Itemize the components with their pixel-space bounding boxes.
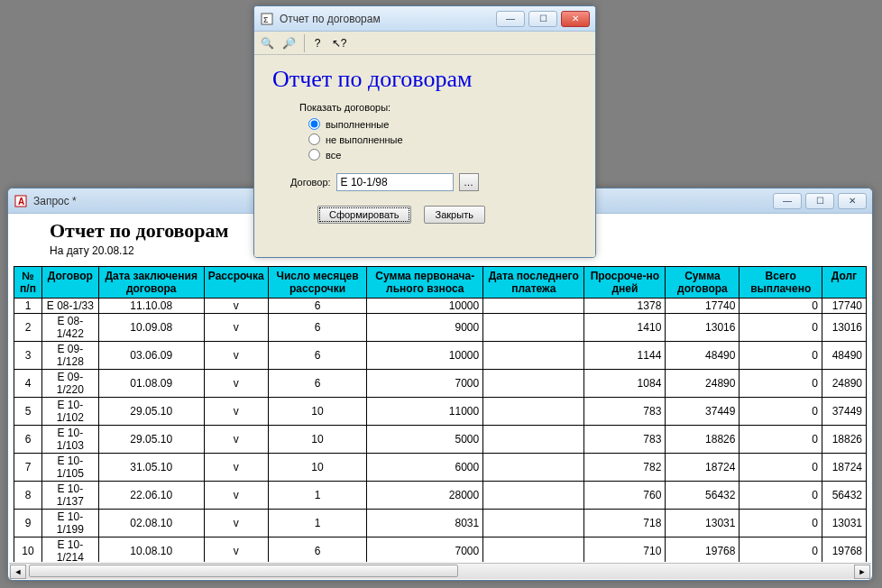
dialog-body: 🔍 🔎 ? ↖? Отчет по договорам Показать дог… (254, 32, 595, 257)
table-row: 9Е 10-1/19902.08.10v1803171813031013031 (14, 510, 867, 537)
col-num: № п/п (14, 267, 42, 299)
report-body: Отчет по договорам На дату 20.08.12 № п/… (8, 214, 872, 562)
dialog-window: Σ Отчет по договорам — ☐ ✕ 🔍 🔎 ? ↖? Отче… (253, 5, 596, 258)
table-row: 3Е 09-1/12803.06.09v61000011444849004849… (14, 342, 867, 370)
scroll-left-icon[interactable]: ◄ (10, 565, 26, 579)
radio-notcompleted-label: не выполненные (326, 134, 403, 145)
col-initsum: Сумма первонача-льного взноса (367, 267, 483, 299)
close-button[interactable]: ✕ (838, 193, 867, 209)
toolbar-filter-icon[interactable]: 🔎 (280, 34, 298, 52)
contract-input[interactable] (336, 173, 454, 191)
report-date-value: 20.08.12 (92, 244, 134, 257)
radio-all[interactable]: все (308, 149, 577, 161)
col-contract: Договор (42, 267, 99, 299)
report-date-prefix: На дату (50, 244, 89, 257)
table-header-row: № п/п Договор Дата заключения договора Р… (14, 267, 867, 299)
table-row: 10Е 10-1/21410.08.10v6700071019768019768 (14, 537, 867, 563)
scroll-right-icon[interactable]: ► (854, 565, 870, 579)
horizontal-scrollbar[interactable]: ◄ ► (9, 563, 871, 579)
table-row: 6Е 10-1/10329.05.10v10500078318826018826 (14, 426, 867, 454)
radio-all-label: все (326, 150, 341, 161)
radio-notcompleted[interactable]: не выполненные (308, 133, 577, 145)
table-row: 8Е 10-1/13722.06.10v12800076056432056432 (14, 482, 867, 510)
toolbar-separator (301, 34, 305, 52)
dialog-close-button[interactable]: ✕ (561, 11, 590, 27)
app-icon: A (14, 194, 28, 208)
col-lastpay: Дата последнего платежа (483, 267, 584, 299)
toolbar-find-icon[interactable]: 🔍 (258, 34, 276, 52)
table-row: 1Е 08-1/3311.10.08v610000137817740017740 (14, 299, 867, 314)
col-months: Число месяцев рассрочки (268, 267, 367, 299)
radio-all-input[interactable] (308, 149, 320, 161)
dialog-titlebar: Σ Отчет по договорам — ☐ ✕ (254, 6, 595, 32)
radio-completed[interactable]: выполненные (308, 118, 577, 130)
minimize-button[interactable]: — (773, 193, 802, 209)
svg-text:A: A (18, 197, 24, 207)
col-overdue: Просроче-но дней (584, 267, 666, 299)
radio-completed-label: выполненные (326, 119, 389, 130)
maximize-button[interactable]: ☐ (805, 193, 834, 209)
radio-completed-input[interactable] (308, 118, 320, 130)
contract-field-label: Договор: (290, 177, 331, 188)
svg-text:Σ: Σ (263, 15, 269, 24)
dialog-window-title: Отчет по договорам (280, 13, 496, 25)
close-button[interactable]: Закрыть (424, 206, 485, 224)
filter-group-label: Показать договоры: (299, 102, 577, 113)
scroll-track[interactable] (27, 565, 853, 579)
dialog-minimize-button[interactable]: — (496, 11, 525, 27)
generate-button[interactable]: Сформировать (317, 206, 411, 224)
col-debt: Долг (822, 267, 866, 299)
dialog-maximize-button[interactable]: ☐ (528, 11, 557, 27)
table-row: 2Е 08-1/42210.09.08v69000141013016013016 (14, 314, 867, 342)
col-paid: Всего выплачено (740, 267, 822, 299)
toolbar-help-icon[interactable]: ? (308, 34, 326, 52)
col-contractsum: Сумма договора (666, 267, 740, 299)
dialog-toolbar: 🔍 🔎 ? ↖? (254, 32, 595, 55)
report-table: № п/п Договор Дата заключения договора Р… (14, 266, 867, 562)
col-installment: Рассрочка (204, 267, 268, 299)
table-row: 4Е 09-1/22001.08.09v67000108424890024890 (14, 370, 867, 398)
dialog-app-icon: Σ (260, 12, 274, 26)
table-row: 5Е 10-1/10229.05.10v10110007833744903744… (14, 398, 867, 426)
dialog-heading: Отчет по договорам (272, 66, 577, 93)
table-row: 7Е 10-1/10531.05.10v10600078218724018724 (14, 454, 867, 482)
col-date: Дата заключения договора (98, 267, 204, 299)
browse-button[interactable]: … (459, 173, 479, 191)
radio-notcompleted-input[interactable] (308, 133, 320, 145)
scroll-thumb[interactable] (29, 565, 458, 577)
toolbar-pointer-icon[interactable]: ↖? (330, 34, 348, 52)
